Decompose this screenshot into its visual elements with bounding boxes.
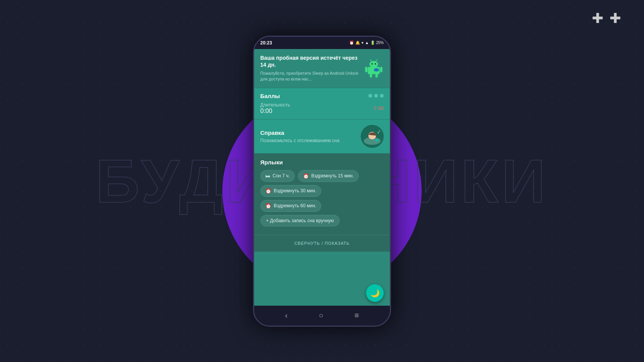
sleep-tracking-image: z z [361, 125, 384, 148]
collapse-bar[interactable]: СВЕРНУТЬ / ПОКАЗАТЬ [254, 235, 390, 252]
score-duration-value: 0:00 [260, 108, 290, 115]
score-duration-label: Длительность [260, 102, 290, 108]
help-text: Справка Познакомьтесь с отслеживанием сн… [260, 129, 357, 143]
moon-icon: 🌙 [370, 288, 380, 298]
svg-text:💤: 💤 [375, 69, 378, 72]
signal-status-icon: ▲ [365, 41, 369, 45]
svg-line-5 [376, 60, 377, 61]
battery-status-icon: 🔋 25% [370, 41, 384, 45]
fab-container: 🌙 [366, 284, 384, 302]
svg-rect-14 [375, 139, 378, 141]
alarm-nap30-icon: ⏰ [265, 188, 271, 194]
shortcuts-section: Ярлыки 🛏 Сон 7 ч. ⏰ Вздремнуть 15 мин. ⏰… [254, 154, 390, 235]
plus-icon-1[interactable]: ✚ [592, 11, 603, 25]
shortcuts-row-4: + Добавить запись сна вручную [260, 215, 384, 226]
recents-nav-icon[interactable]: ≡ [355, 311, 359, 320]
shortcut-nap60-label: Вздремнуть 60 мин. [274, 203, 316, 208]
shortcut-sleep7-label: Сон 7 ч. [273, 173, 290, 179]
trial-banner[interactable]: Ваша пробная версия истечёт через 14 дн.… [254, 49, 390, 88]
score-card[interactable]: Баллы Длительность 0:00 -7:00 [254, 88, 390, 120]
score-dots [368, 94, 384, 98]
score-dot-3 [380, 94, 384, 98]
score-dot-1 [368, 94, 372, 98]
svg-point-3 [375, 63, 376, 64]
trial-title: Ваша пробная версия истечёт через 14 дн. [260, 54, 360, 68]
phone-outer: 20:23 ⏰ 🔔 ▾ ▲ 🔋 25% Ваша пробная версия … [253, 36, 391, 327]
svg-line-4 [370, 60, 371, 61]
alarm-nap15-icon: ⏰ [303, 173, 309, 179]
phone-wrapper: 20:23 ⏰ 🔔 ▾ ▲ 🔋 25% Ваша пробная версия … [253, 36, 391, 327]
status-icons: ⏰ 🔔 ▾ ▲ 🔋 25% [349, 41, 384, 45]
shortcuts-row-1: 🛏 Сон 7 ч. ⏰ Вздремнуть 15 мин. [260, 170, 384, 182]
home-nav-icon[interactable]: ○ [319, 311, 323, 320]
status-bar: 20:23 ⏰ 🔔 ▾ ▲ 🔋 25% [254, 37, 390, 49]
notification-status-icon: 🔔 [355, 41, 360, 45]
bed-icon: 🛏 [265, 173, 270, 179]
score-header: Баллы [260, 93, 384, 99]
help-card[interactable]: Справка Познакомьтесь с отслеживанием сн… [254, 120, 390, 154]
help-title: Справка [260, 129, 357, 136]
svg-point-1 [370, 61, 378, 67]
back-nav-icon[interactable]: ‹ [285, 311, 288, 320]
trial-subtitle: Пожалуйста, приобретите Sleep as Android… [260, 70, 360, 82]
shortcut-chip-sleep7[interactable]: 🛏 Сон 7 ч. [260, 170, 295, 182]
shortcuts-row-3: ⏰ Вздремнуть 60 мин. [260, 200, 384, 212]
shortcut-nap30-label: Вздремнуть 30 мин. [274, 188, 316, 193]
shortcuts-row-2: ⏰ Вздремнуть 30 мин. [260, 185, 384, 197]
shortcuts-title: Ярлыки [260, 159, 384, 165]
alarm-status-icon: ⏰ [349, 41, 354, 45]
shortcut-nap15-label: Вздремнуть 15 мин. [311, 173, 354, 179]
collapse-label: СВЕРНУТЬ / ПОКАЗАТЬ [294, 241, 350, 246]
plus-icon-2[interactable]: ✚ [610, 11, 621, 25]
alarm-nap60-icon: ⏰ [265, 203, 271, 209]
wifi-status-icon: ▾ [361, 41, 363, 45]
android-robot-icon: 💤 [364, 58, 384, 78]
svg-point-2 [371, 63, 373, 64]
score-title: Баллы [260, 93, 280, 99]
top-right-icons-container: ✚ ✚ [592, 11, 621, 25]
status-time: 20:23 [260, 40, 272, 46]
shortcut-chip-nap30[interactable]: ⏰ Вздремнуть 30 мин. [260, 185, 321, 197]
score-negative-value: -7:00 [372, 105, 384, 111]
shortcut-chip-nap15[interactable]: ⏰ Вздремнуть 15 мин. [298, 170, 359, 182]
svg-rect-7 [380, 67, 382, 72]
phone-bottom-nav: ‹ ○ ≡ [254, 306, 390, 326]
phone-screen[interactable]: Ваша пробная версия истечёт через 14 дн.… [254, 49, 390, 306]
score-dot-2 [374, 94, 378, 98]
add-record-label: + Добавить запись сна вручную [266, 218, 334, 223]
score-duration-block: Длительность 0:00 [260, 102, 290, 115]
shortcut-chip-nap60[interactable]: ⏰ Вздремнуть 60 мин. [260, 200, 321, 212]
help-subtitle: Познакомьтесь с отслеживанием сна [260, 138, 357, 143]
svg-rect-9 [375, 74, 378, 77]
add-sleep-record-chip[interactable]: + Добавить запись сна вручную [260, 215, 340, 226]
trial-text: Ваша пробная версия истечёт через 14 дн.… [260, 54, 360, 82]
svg-rect-8 [370, 74, 372, 77]
score-row: Длительность 0:00 -7:00 [260, 102, 384, 115]
svg-text:z: z [379, 129, 380, 132]
sleep-fab-button[interactable]: 🌙 [366, 284, 384, 302]
svg-rect-6 [365, 67, 367, 72]
